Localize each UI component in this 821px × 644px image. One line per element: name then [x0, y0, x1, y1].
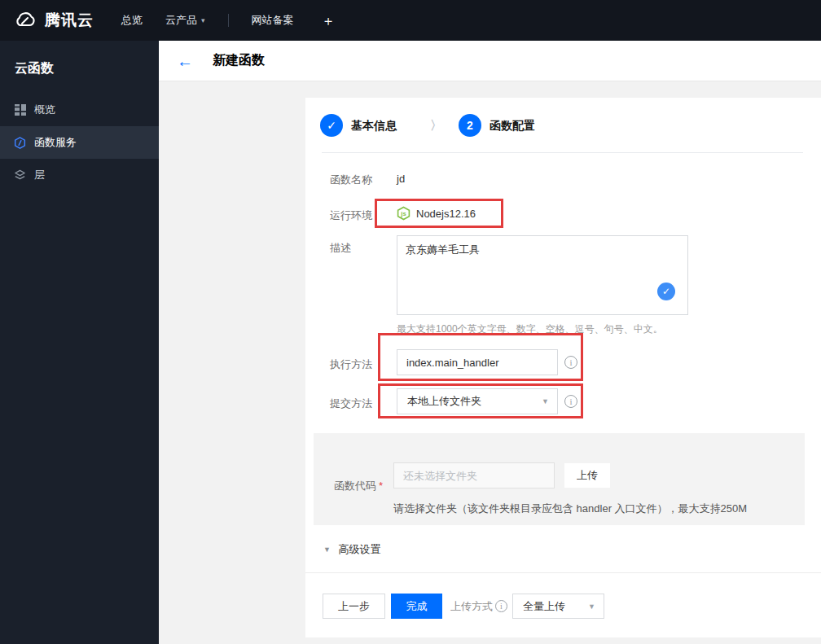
- create-function-card: ✓ 基本信息 〉 2 函数配置 函数名称 jd 运行环境 js Nodejs12…: [305, 98, 821, 637]
- topbar: 腾讯云 总览 云产品 ▾ 网站备案 ＋: [0, 0, 821, 41]
- previous-step-button[interactable]: 上一步: [323, 594, 385, 619]
- svg-text:js: js: [400, 210, 406, 217]
- cloud-logo-icon: [13, 11, 37, 29]
- triangle-down-icon: ▼: [323, 545, 331, 554]
- sidebar-item-label: 概览: [34, 103, 55, 117]
- step2-label: 函数配置: [490, 114, 535, 137]
- upload-mode-label: 上传方式 i: [450, 594, 507, 619]
- folder-path-input[interactable]: [393, 462, 555, 488]
- valid-check-icon: ✓: [657, 283, 675, 300]
- runtime-value-row: js Nodejs12.16: [397, 206, 476, 221]
- description-label: 描述: [330, 241, 351, 256]
- step1-label: 基本信息: [351, 114, 397, 137]
- step2-number: 2: [459, 114, 481, 137]
- upload-mode-info-icon[interactable]: i: [495, 600, 507, 612]
- advanced-settings-toggle[interactable]: ▼ 高级设置: [323, 542, 381, 557]
- page-title: 新建函数: [213, 52, 265, 69]
- topnav-item-overview[interactable]: 总览: [121, 13, 143, 28]
- sidebar-title: 云函数: [0, 41, 159, 94]
- nodejs-icon: js: [397, 206, 410, 221]
- function-name-label: 函数名称: [330, 173, 372, 187]
- description-textarea[interactable]: 京东薅羊毛工具: [397, 235, 688, 315]
- page-header: ← 新建函数: [159, 41, 821, 81]
- upload-button[interactable]: 上传: [564, 462, 611, 488]
- finish-button[interactable]: 完成: [391, 594, 442, 619]
- steps-divider: [322, 152, 803, 153]
- footer-divider: [305, 572, 821, 573]
- function-hexagon-icon: [14, 137, 26, 149]
- chevron-down-icon: ▼: [542, 389, 549, 414]
- upload-mode-value: 全量上传: [523, 600, 565, 612]
- tencent-cloud-logo[interactable]: 腾讯云: [13, 10, 94, 31]
- handler-input[interactable]: [397, 349, 558, 375]
- sidebar: 云函数 概览 函数服务 层: [0, 41, 159, 644]
- handler-info-icon[interactable]: i: [564, 356, 577, 369]
- function-name-value: jd: [397, 173, 405, 185]
- topnav-divider: [228, 14, 229, 27]
- step-chevron-icon: 〉: [430, 114, 442, 137]
- sidebar-item-label: 层: [34, 168, 45, 182]
- function-code-label: 函数代码*: [334, 479, 383, 493]
- function-code-hint: 请选择文件夹（该文件夹根目录应包含 handler 入口文件），最大支持250M: [393, 502, 747, 516]
- sidebar-item-overview[interactable]: 概览: [0, 94, 159, 126]
- grid-icon: [14, 104, 26, 116]
- submit-method-info-icon[interactable]: i: [564, 395, 577, 408]
- function-code-section: 函数代码* 上传 请选择文件夹（该文件夹根目录应包含 handler 入口文件）…: [314, 433, 805, 525]
- sidebar-item-layers[interactable]: 层: [0, 159, 159, 191]
- description-hint: 最大支持1000个英文字母、数字、空格、逗号、句号、中文。: [397, 322, 663, 336]
- submit-method-label: 提交方法: [330, 396, 372, 411]
- runtime-value: Nodejs12.16: [416, 208, 476, 220]
- chevron-down-icon: ▼: [588, 594, 595, 619]
- layers-icon: [14, 169, 26, 182]
- runtime-label: 运行环境: [330, 208, 372, 223]
- topnav-item-icp[interactable]: 网站备案: [252, 13, 294, 28]
- required-asterisk: *: [379, 480, 383, 492]
- topnav-item-products[interactable]: 云产品 ▾: [165, 13, 205, 28]
- brand-name: 腾讯云: [45, 10, 94, 31]
- chevron-down-icon: ▾: [201, 16, 205, 24]
- submit-method-value: 本地上传文件夹: [407, 395, 481, 407]
- step1-done-icon: ✓: [320, 114, 343, 137]
- advanced-settings-label: 高级设置: [339, 543, 381, 555]
- submit-method-select[interactable]: 本地上传文件夹 ▼: [397, 388, 558, 414]
- upload-mode-select[interactable]: 全量上传 ▼: [512, 594, 604, 619]
- sidebar-item-label: 函数服务: [34, 135, 77, 150]
- sidebar-item-function-service[interactable]: 函数服务: [0, 126, 159, 159]
- back-arrow-icon[interactable]: ←: [177, 53, 193, 69]
- topnav: 总览 云产品 ▾ 网站备案 ＋: [121, 11, 336, 30]
- handler-label: 执行方法: [330, 357, 372, 372]
- add-tab-icon[interactable]: ＋: [322, 11, 336, 30]
